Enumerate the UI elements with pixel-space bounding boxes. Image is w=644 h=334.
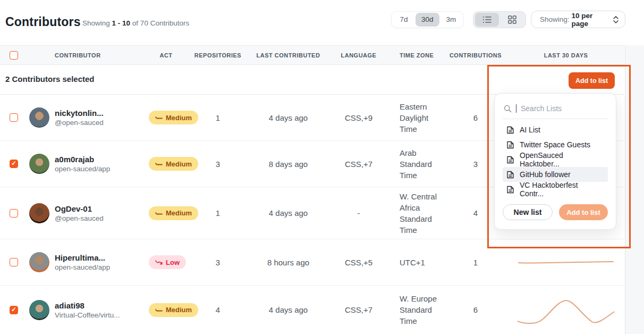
activity-label: Low bbox=[166, 258, 180, 266]
repositories-value: 3 bbox=[183, 160, 252, 169]
per-page-value: 10 per page bbox=[572, 12, 611, 28]
view-mode-toggle bbox=[473, 11, 526, 28]
row-checkbox[interactable] bbox=[10, 113, 18, 122]
grid-view-icon bbox=[508, 15, 516, 24]
timezone-value: Arab Standard Time bbox=[393, 147, 444, 181]
table-row: Hiperultima... open-sauced/app Low 3 8 h… bbox=[0, 239, 624, 286]
language-value: CSS,+7 bbox=[324, 305, 393, 314]
contributor-name[interactable]: adiati98 bbox=[55, 301, 120, 310]
avatar[interactable] bbox=[29, 154, 49, 174]
document-icon bbox=[507, 156, 514, 164]
last-contributed-value: 8 days ago bbox=[252, 160, 324, 169]
contributor-name[interactable]: nickytonlin... bbox=[55, 108, 104, 118]
repositories-value: 1 bbox=[183, 208, 252, 218]
add-to-list-button[interactable]: Add to list bbox=[569, 72, 615, 89]
timezone-value: Eastern Daylight Time bbox=[393, 101, 444, 135]
contributor-handle: open-sauced/app bbox=[55, 263, 110, 271]
table-header: CONTRIBUTOR ACT REPOSITORIES LAST CONTRI… bbox=[0, 45, 624, 65]
contributions-value: 6 bbox=[444, 305, 507, 314]
trend-flat-icon bbox=[155, 115, 163, 120]
list-view-icon bbox=[482, 15, 492, 24]
trend-flat-icon bbox=[155, 307, 163, 313]
trend-down-icon bbox=[155, 260, 163, 265]
row-checkbox[interactable] bbox=[10, 306, 18, 314]
sparkline-flat bbox=[518, 260, 614, 265]
column-header-last-contributed: LAST CONTRIBUTED bbox=[252, 52, 324, 59]
document-icon bbox=[507, 141, 514, 149]
range-30d-button[interactable]: 30d bbox=[416, 13, 439, 27]
list-name: OpenSauced Hacktober... bbox=[520, 151, 604, 168]
add-to-list-popup: Search Lists AI List Twitter Space Guest… bbox=[494, 93, 616, 230]
list-item[interactable]: OpenSauced Hacktober... bbox=[503, 152, 608, 167]
list-name: Twitter Space Guests bbox=[520, 140, 590, 149]
trend-flat-icon bbox=[155, 211, 163, 216]
contributor-handle: Virtual-Coffee/virtu... bbox=[55, 311, 120, 319]
contributor-name[interactable]: OgDev-01 bbox=[55, 204, 104, 213]
search-icon bbox=[504, 105, 512, 113]
avatar[interactable] bbox=[29, 252, 49, 272]
selection-count-text: 2 Contributors selected bbox=[5, 74, 95, 84]
contributor-handle: @open-sauced bbox=[55, 119, 104, 127]
avatar[interactable] bbox=[29, 107, 49, 128]
last-contributed-value: 8 hours ago bbox=[252, 258, 324, 267]
repositories-value: 4 bbox=[183, 305, 252, 314]
column-header-time-zone: TIME ZONE bbox=[393, 52, 444, 59]
range-7d-button[interactable]: 7d bbox=[393, 13, 414, 27]
list-name: AI List bbox=[520, 126, 540, 134]
column-header-repositories: REPOSITORIES bbox=[183, 52, 252, 59]
timezone-value: W. Europe Standard Time bbox=[393, 293, 444, 327]
grid-view-button[interactable] bbox=[500, 13, 524, 27]
per-page-prefix: Showing: bbox=[540, 15, 570, 23]
column-header-act: ACT bbox=[149, 52, 183, 59]
language-value: CSS,+7 bbox=[324, 160, 393, 169]
contributor-handle: open-sauced/app bbox=[55, 165, 110, 173]
column-header-contributions: CONTRIBUTIONS bbox=[444, 52, 507, 59]
last-contributed-value: 4 days ago bbox=[252, 305, 324, 314]
list-item[interactable]: VC Hacktoberfest Contr... bbox=[503, 182, 608, 197]
right-gutter bbox=[625, 45, 644, 334]
contributions-value: 1 bbox=[444, 258, 507, 267]
showing-summary: Showing 1 - 10 of 70 Contributors bbox=[82, 19, 189, 27]
search-lists-input[interactable]: Search Lists bbox=[503, 100, 608, 117]
showing-prefix: Showing bbox=[82, 19, 110, 27]
search-placeholder: Search Lists bbox=[521, 104, 562, 113]
list-name: VC Hacktoberfest Contr... bbox=[520, 181, 604, 198]
sparkline-wave bbox=[518, 294, 614, 326]
list-item[interactable]: AI List bbox=[503, 122, 608, 137]
showing-range: 1 - 10 bbox=[112, 19, 131, 27]
text-caret bbox=[516, 104, 516, 113]
repositories-value: 1 bbox=[183, 113, 252, 122]
list-item[interactable]: Twitter Space Guests bbox=[503, 137, 608, 152]
column-header-contributor: CONTRIBUTOR bbox=[26, 52, 149, 59]
activity-badge: Low bbox=[149, 255, 186, 269]
last-contributed-value: 4 days ago bbox=[252, 113, 324, 122]
new-list-button[interactable]: New list bbox=[503, 204, 553, 220]
range-3m-button[interactable]: 3m bbox=[440, 13, 462, 27]
popup-add-to-list-button[interactable]: Add to list bbox=[559, 204, 608, 220]
divider bbox=[503, 119, 608, 119]
timezone-value: W. Central Africa Standard Time bbox=[393, 191, 444, 236]
language-value: CSS,+5 bbox=[324, 258, 393, 267]
row-checkbox[interactable] bbox=[10, 160, 18, 168]
repositories-value: 3 bbox=[183, 258, 252, 267]
date-range-toggle: 7d 30d 3m bbox=[391, 11, 464, 28]
column-header-last-30-days: LAST 30 DAYS bbox=[507, 52, 624, 59]
page-title: Contributors bbox=[5, 15, 81, 29]
selection-bar: 2 Contributors selected bbox=[0, 65, 624, 95]
row-checkbox[interactable] bbox=[10, 258, 18, 266]
row-checkbox[interactable] bbox=[10, 209, 18, 218]
list-view-button[interactable] bbox=[475, 13, 499, 27]
list-name: GitHub follower bbox=[520, 170, 571, 179]
contributor-name[interactable]: Hiperultima... bbox=[55, 253, 110, 262]
select-all-checkbox[interactable] bbox=[10, 51, 18, 60]
trend-flat-icon bbox=[155, 161, 163, 166]
document-icon bbox=[507, 171, 514, 179]
avatar[interactable] bbox=[29, 300, 49, 320]
document-icon bbox=[507, 126, 514, 134]
per-page-select[interactable]: Showing: 10 per page bbox=[531, 11, 625, 28]
column-header-language: LANGUAGE bbox=[324, 52, 393, 59]
contributor-name[interactable]: a0m0rajab bbox=[55, 155, 110, 164]
document-icon bbox=[507, 186, 514, 194]
avatar[interactable] bbox=[29, 203, 49, 223]
list-item[interactable]: GitHub follower bbox=[503, 167, 608, 182]
